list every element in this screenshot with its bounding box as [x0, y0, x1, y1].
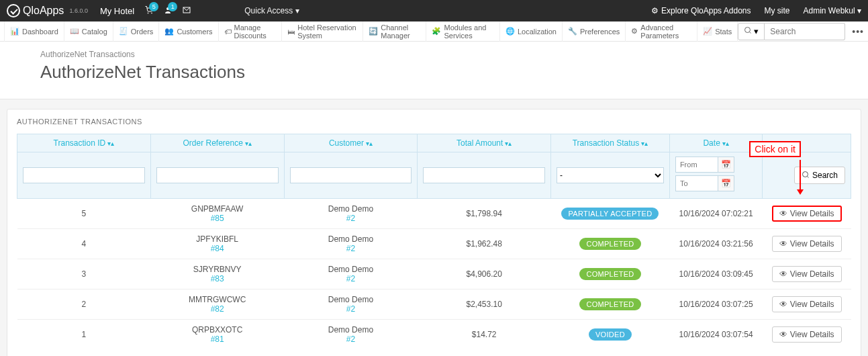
hotel-link[interactable]: My Hotel: [100, 6, 134, 16]
customer-link[interactable]: #2: [289, 274, 412, 283]
my-site-link[interactable]: My site: [764, 6, 789, 15]
menu-icon: 👥: [164, 27, 174, 36]
menu-icon: 📖: [70, 27, 79, 36]
column-transaction-status[interactable]: Transaction Status: [573, 138, 640, 148]
menu-stats[interactable]: 📈Stats: [697, 21, 738, 42]
menu-channel-manager[interactable]: 🔄Channel Manager: [363, 21, 426, 42]
order-ref-link[interactable]: #85: [156, 214, 279, 223]
cell-actions: 👁View Details: [763, 290, 851, 320]
cell-amount: $4,906.20: [418, 259, 551, 290]
cell-customer: Demo Demo#2: [284, 290, 418, 320]
menu-catalog[interactable]: 📖Catalog: [64, 21, 113, 42]
customer-link[interactable]: #2: [289, 335, 412, 344]
cell-customer: Demo Demo#2: [284, 229, 418, 259]
order-ref-link[interactable]: #82: [156, 304, 279, 314]
cell-actions: 👁View Details: [763, 229, 851, 259]
annotation-arrow-icon: [800, 160, 801, 193]
view-label: View Details: [790, 269, 834, 279]
menu-dashboard[interactable]: 📊Dashboard: [4, 21, 64, 42]
customer-name: Demo Demo: [289, 325, 412, 335]
quick-access-menu[interactable]: Quick Access ▾: [244, 6, 299, 15]
order-ref-link[interactable]: #81: [156, 335, 279, 344]
filter-total-amount[interactable]: [423, 167, 545, 183]
menu-label: Catalog: [82, 28, 107, 36]
sort-icon[interactable]: ▾▴: [245, 140, 252, 147]
chevron-down-icon: ▾: [857, 6, 861, 15]
menu-icon: 🧩: [432, 27, 441, 36]
view-details-button[interactable]: 👁View Details: [772, 206, 842, 222]
view-label: View Details: [790, 300, 834, 309]
admin-menu[interactable]: Admin Webkul ▾: [804, 6, 862, 15]
filter-transaction-id[interactable]: [23, 167, 145, 183]
sort-icon[interactable]: ▾▴: [641, 140, 648, 147]
explore-addons-link[interactable]: ⚙ Explore QloApps Addons: [651, 6, 751, 15]
menu-orders[interactable]: 🧾Orders: [113, 21, 160, 42]
sort-icon[interactable]: ▾▴: [722, 140, 729, 147]
view-label: View Details: [790, 330, 834, 339]
cart-icon[interactable]: 5: [145, 6, 153, 16]
customer-link[interactable]: #2: [289, 244, 412, 253]
breadcrumb: AuthorizeNet Transactions: [40, 50, 868, 59]
cell-actions: 👁View Details: [763, 259, 851, 290]
customer-link[interactable]: #2: [289, 214, 412, 223]
menu-advanced-parameters[interactable]: ⚙Advanced Parameters: [626, 21, 697, 42]
view-details-button[interactable]: 👁View Details: [772, 266, 842, 282]
menu-manage-discounts[interactable]: 🏷Manage Discounts: [219, 21, 283, 42]
svg-line-7: [807, 176, 808, 177]
eye-icon: 👁: [779, 209, 787, 218]
column-transaction-id[interactable]: Transaction ID: [54, 138, 106, 148]
user-icon[interactable]: 1: [164, 6, 172, 16]
menu-preferences[interactable]: 🔧Preferences: [563, 21, 626, 42]
menu-hotel-reservation-system[interactable]: 🛏Hotel Reservation System: [282, 21, 363, 42]
more-menu[interactable]: •••: [852, 26, 864, 37]
calendar-icon[interactable]: 📅: [718, 175, 734, 191]
user-badge: 1: [168, 2, 177, 11]
search-scope-button[interactable]: ▾: [738, 23, 765, 40]
view-details-button[interactable]: 👁View Details: [772, 296, 842, 312]
cell-order-reference: JPFYKIBFL#84: [150, 229, 284, 259]
menu-label: Stats: [715, 28, 732, 36]
eye-icon: 👁: [779, 300, 787, 309]
cell-status: VOIDED: [551, 320, 670, 350]
cell-status: PARTIALLY ACCEPTED: [551, 199, 670, 229]
table-row: 2MMTRGWCWC#82Demo Demo#2$2,453.10COMPLET…: [17, 290, 851, 320]
menu-label: Modules and Services: [444, 24, 493, 40]
filter-customer[interactable]: [290, 167, 412, 183]
column-order-reference[interactable]: Order Reference: [183, 138, 242, 148]
menu-localization[interactable]: 🌐Localization: [500, 21, 563, 42]
filter-date-to[interactable]: [675, 175, 718, 191]
filter-order-reference[interactable]: [156, 167, 279, 183]
sort-icon[interactable]: ▾▴: [505, 140, 512, 147]
view-details-button[interactable]: 👁View Details: [772, 326, 842, 343]
menu-customers[interactable]: 👥Customers: [159, 21, 218, 42]
cart-badge: 5: [149, 2, 158, 11]
table-row: 4JPFYKIBFL#84Demo Demo#2$1,962.48COMPLET…: [17, 229, 851, 259]
calendar-icon[interactable]: 📅: [718, 157, 734, 173]
admin-label: Admin Webkul: [804, 6, 855, 15]
brand-name: QloApps: [23, 5, 64, 17]
column-date[interactable]: Date: [703, 138, 720, 148]
view-details-button[interactable]: 👁View Details: [772, 236, 842, 252]
page-header: AuthorizeNet Transactions AuthorizeNet T…: [0, 42, 868, 99]
customer-link[interactable]: #2: [289, 304, 412, 314]
brand[interactable]: QloApps 1.6.0.0: [7, 4, 88, 17]
search-button[interactable]: Search: [794, 167, 845, 184]
mail-icon[interactable]: [183, 6, 191, 16]
menu-icon: 🛏: [287, 28, 295, 36]
customer-name: Demo Demo: [289, 295, 412, 304]
sort-icon[interactable]: ▾▴: [366, 140, 373, 147]
filter-status-select[interactable]: -: [557, 167, 664, 183]
order-ref-link[interactable]: #84: [156, 244, 279, 253]
menu-modules-and-services[interactable]: 🧩Modules and Services: [426, 21, 499, 42]
menu-icon: 🔄: [369, 27, 378, 36]
column-customer[interactable]: Customer: [329, 138, 364, 148]
customer-name: Demo Demo: [289, 265, 412, 274]
column-total-amount[interactable]: Total Amount: [456, 138, 503, 148]
filter-date-from[interactable]: [675, 157, 718, 173]
search-input[interactable]: [765, 23, 845, 40]
cell-status: COMPLETED: [551, 259, 670, 290]
order-ref-link[interactable]: #83: [156, 274, 279, 283]
menu-label: Advanced Parameters: [640, 24, 691, 40]
sort-icon[interactable]: ▾▴: [107, 140, 114, 147]
menu-label: Dashboard: [22, 28, 58, 36]
